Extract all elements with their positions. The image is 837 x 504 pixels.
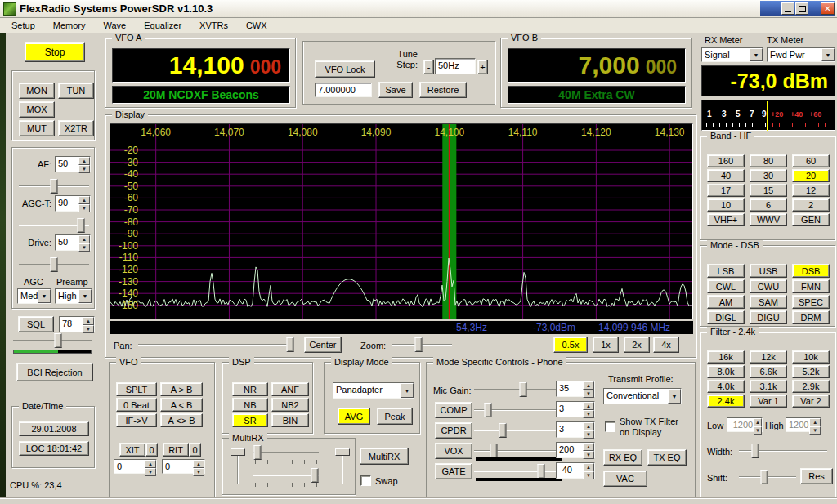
rx-eq-button[interactable]: RX EQ bbox=[603, 449, 642, 466]
gate-slider[interactable] bbox=[472, 464, 564, 479]
filter-12k-button[interactable]: 12k bbox=[750, 350, 787, 364]
mic-gain-slider[interactable] bbox=[472, 382, 564, 397]
spectrum-plot[interactable]: -20-30-40-50-60-70-80-90-100-110-120-130… bbox=[110, 124, 692, 319]
sql-slider-thumb[interactable] bbox=[55, 333, 62, 348]
spinner-arrows-icon[interactable]: ▲▼ bbox=[809, 418, 821, 431]
restore-button[interactable]: Restore bbox=[419, 82, 467, 98]
show-tx-filter-checkbox[interactable] bbox=[605, 421, 615, 432]
maximize-button[interactable] bbox=[795, 2, 808, 15]
filter-10k-button[interactable]: 10k bbox=[792, 350, 830, 364]
tune-step-down-button[interactable]: - bbox=[423, 60, 434, 74]
pan-slider-thumb[interactable] bbox=[287, 337, 294, 352]
pan-slider[interactable] bbox=[137, 337, 295, 352]
spinner-arrows-icon[interactable]: ▲▼ bbox=[145, 460, 156, 473]
slider-thumb[interactable] bbox=[485, 403, 492, 417]
band-20-button[interactable]: 20 bbox=[792, 169, 830, 182]
avg-button[interactable]: AVG bbox=[338, 408, 370, 425]
comp-spinner[interactable]: 3▲▼ bbox=[556, 401, 595, 417]
a-to-b-button[interactable]: A > B bbox=[160, 382, 203, 396]
comp-button[interactable]: COMP bbox=[435, 402, 472, 418]
mode-digu-button[interactable]: DIGU bbox=[750, 310, 787, 324]
slider-thumb[interactable] bbox=[538, 464, 545, 479]
slider-thumb[interactable] bbox=[490, 444, 497, 458]
mode-usb-button[interactable]: USB bbox=[750, 264, 787, 278]
anf-button[interactable]: ANF bbox=[271, 382, 309, 396]
vfo-b-mhz-digits[interactable]: 7,000 bbox=[579, 49, 640, 82]
af-slider[interactable] bbox=[17, 179, 91, 194]
zoom-1x-button[interactable]: 1x bbox=[593, 337, 619, 353]
spinner-arrows-icon[interactable]: ▲▼ bbox=[583, 381, 594, 396]
drive-spinner[interactable]: 50▲▼ bbox=[55, 234, 91, 251]
center-button[interactable]: Center bbox=[304, 337, 342, 353]
mox-button[interactable]: MOX bbox=[19, 101, 55, 118]
zoom-4x-button[interactable]: 4x bbox=[653, 337, 679, 353]
band-vhf-button[interactable]: VHF+ bbox=[707, 213, 745, 226]
cpdr-spinner[interactable]: 3▲▼ bbox=[556, 421, 595, 438]
af-slider-thumb[interactable] bbox=[51, 179, 58, 194]
bci-rejection-button[interactable]: BCI Rejection bbox=[16, 363, 93, 381]
zoom-slider[interactable] bbox=[390, 337, 454, 352]
memory-frequency-input[interactable]: 7.000000 bbox=[315, 83, 372, 97]
band-6-button[interactable]: 6 bbox=[750, 198, 787, 212]
sql-slider[interactable] bbox=[11, 333, 93, 348]
slider-thumb[interactable] bbox=[311, 468, 319, 483]
slider-thumb[interactable] bbox=[752, 444, 759, 458]
zoom-2x-button[interactable]: 2x bbox=[624, 337, 650, 353]
menu-equalizer[interactable]: Equalizer bbox=[144, 20, 181, 30]
spinner-arrows-icon[interactable]: ▲▼ bbox=[83, 317, 94, 332]
menu-memory[interactable]: Memory bbox=[53, 20, 86, 30]
mode-dsb-button[interactable]: DSB bbox=[792, 264, 830, 278]
x2tr-button[interactable]: X2TR bbox=[58, 120, 94, 136]
start-stop-button[interactable]: Stop bbox=[25, 42, 85, 62]
preamp-dropdown[interactable]: High▼ bbox=[55, 288, 92, 304]
drive-slider[interactable] bbox=[17, 257, 91, 272]
vfo-b-frequency-display[interactable]: 7,000 000 bbox=[508, 48, 686, 83]
close-button[interactable]: ✕ bbox=[821, 2, 835, 15]
vfo-lock-button[interactable]: VFO Lock bbox=[315, 60, 375, 78]
band-gen-button[interactable]: GEN bbox=[792, 213, 830, 226]
multirx-pan-main-slider[interactable] bbox=[231, 447, 245, 486]
menu-cwx[interactable]: CWX bbox=[246, 20, 267, 30]
multirx-button[interactable]: MultiRX bbox=[360, 448, 409, 465]
sr-button[interactable]: SR bbox=[232, 413, 268, 427]
filter-66k-button[interactable]: 6.6k bbox=[750, 365, 787, 378]
band-17-button[interactable]: 17 bbox=[707, 184, 745, 197]
zoom-slider-thumb[interactable] bbox=[415, 337, 423, 352]
nb2-button[interactable]: NB2 bbox=[271, 398, 309, 412]
mode-spec-button[interactable]: SPEC bbox=[792, 295, 830, 309]
xit-clear-button[interactable]: 0 bbox=[145, 443, 158, 457]
vfo-b-hz-digits[interactable]: 000 bbox=[646, 56, 677, 78]
filter-var1-button[interactable]: Var 1 bbox=[750, 395, 787, 408]
rx-meter-dropdown[interactable]: Signal▼ bbox=[701, 47, 763, 62]
mut-button[interactable]: MUT bbox=[19, 120, 55, 136]
slider-thumb[interactable] bbox=[335, 448, 350, 456]
tune-step-up-button[interactable]: + bbox=[477, 60, 488, 74]
menu-wave[interactable]: Wave bbox=[103, 20, 126, 30]
spinner-arrows-icon[interactable]: ▲▼ bbox=[583, 402, 594, 417]
vfo-a-hz-digits[interactable]: 000 bbox=[250, 56, 281, 78]
band-160-button[interactable]: 160 bbox=[707, 154, 745, 167]
band-10-button[interactable]: 10 bbox=[707, 198, 745, 212]
filter-shift-slider[interactable] bbox=[737, 470, 798, 484]
band-wwv-button[interactable]: WWV bbox=[750, 213, 787, 226]
save-button[interactable]: Save bbox=[378, 82, 413, 98]
filter-low-spinner[interactable]: -1200▲▼ bbox=[727, 417, 763, 432]
minimize-button[interactable] bbox=[781, 2, 794, 15]
gate-spinner[interactable]: -40▲▼ bbox=[556, 462, 595, 479]
slider-thumb[interactable] bbox=[499, 423, 506, 438]
filter-24k-button[interactable]: 2.4k bbox=[707, 395, 745, 408]
zoom-05x-button[interactable]: 0.5x bbox=[553, 337, 588, 353]
peak-button[interactable]: Peak bbox=[377, 408, 413, 425]
menu-xvtrs[interactable]: XVTRs bbox=[199, 20, 228, 30]
filter-high-spinner[interactable]: 1200▲▼ bbox=[786, 417, 821, 432]
multirx-pan-sub-slider[interactable] bbox=[335, 447, 350, 486]
slider-thumb[interactable] bbox=[761, 470, 768, 484]
filter-4k-button[interactable]: 4.0k bbox=[707, 380, 745, 393]
mode-lsb-button[interactable]: LSB bbox=[707, 264, 745, 278]
spinner-arrows-icon[interactable]: ▲▼ bbox=[193, 460, 204, 473]
swap-checkbox[interactable] bbox=[360, 475, 371, 486]
band-40-button[interactable]: 40 bbox=[707, 169, 745, 182]
split-button[interactable]: SPLT bbox=[116, 382, 157, 396]
spinner-arrows-icon[interactable]: ▲▼ bbox=[583, 422, 594, 437]
spinner-arrows-icon[interactable]: ▲▼ bbox=[583, 443, 594, 457]
